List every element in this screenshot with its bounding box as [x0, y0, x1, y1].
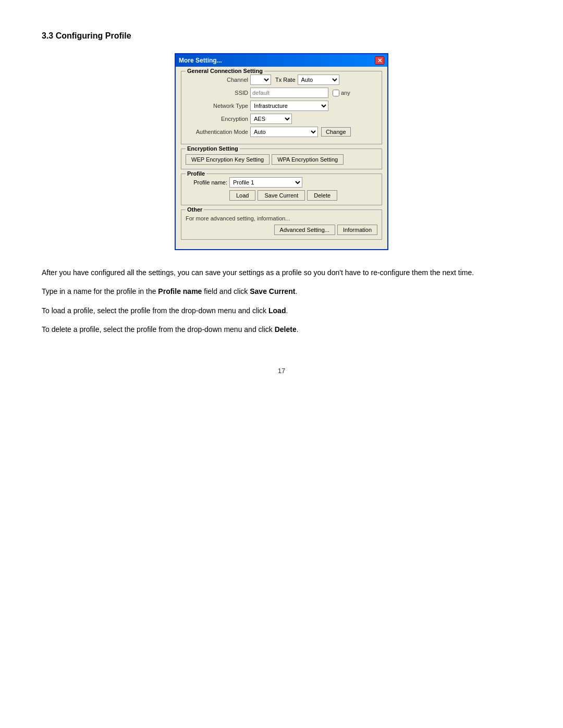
para2-bold-profile-name: Profile name	[158, 287, 202, 295]
dialog-titlebar: More Setting... ✕	[176, 54, 387, 67]
profile-group: Profile Profile name: Profile 1 Load Sav…	[181, 174, 382, 205]
section-heading: 3.3 Configuring Profile	[42, 31, 521, 41]
para2-middle: field and click	[202, 287, 250, 295]
profile-select-wrapper: Profile 1	[229, 177, 302, 188]
encryption-label: Encryption	[186, 116, 248, 122]
dialog-close-button[interactable]: ✕	[375, 56, 384, 65]
para2-bold-save-current: Save Current	[250, 287, 295, 295]
para3-prefix: To load a profile, select the profile fr…	[42, 306, 268, 315]
ssid-row: SSID any	[186, 88, 377, 98]
general-connection-group: General Connection Setting Channel Tx Ra…	[181, 71, 382, 144]
ssid-input[interactable]	[250, 88, 328, 98]
other-buttons-row: Advanced Setting... Information	[186, 225, 377, 235]
encryption-row: Encryption AES	[186, 114, 377, 124]
para4-bold-delete: Delete	[275, 325, 297, 334]
any-checkbox-wrapper: any	[333, 90, 350, 96]
body-paragraph-2: Type in a name for the profile in the Pr…	[42, 286, 500, 297]
other-description: For more advanced setting, information..…	[186, 213, 377, 221]
page-number: 17	[42, 367, 521, 375]
other-group-label: Other	[186, 206, 204, 213]
wpa-encryption-setting-button[interactable]: WPA Encryption Setting	[272, 154, 344, 165]
general-connection-label: General Connection Setting	[186, 68, 264, 74]
body-paragraph-1: After you have configured all the settin…	[42, 267, 500, 278]
para4-prefix: To delete a profile, select the profile …	[42, 325, 275, 334]
tx-rate-select[interactable]: Auto	[298, 75, 339, 85]
encryption-setting-label: Encryption Setting	[186, 145, 240, 152]
information-button[interactable]: Information	[337, 225, 377, 235]
para4-suffix: .	[297, 325, 299, 334]
encryption-select[interactable]: AES	[250, 114, 292, 124]
auth-mode-select[interactable]: Auto	[250, 127, 318, 137]
channel-select[interactable]	[250, 75, 271, 85]
network-type-label: Network Type	[186, 103, 248, 109]
ssid-label: SSID	[186, 90, 248, 96]
load-button[interactable]: Load	[229, 190, 255, 201]
more-setting-dialog: More Setting... ✕ General Connection Set…	[175, 53, 388, 250]
network-type-select[interactable]: Infrastructure	[250, 101, 328, 111]
profile-group-label: Profile	[186, 170, 206, 177]
channel-select-wrapper	[250, 75, 271, 85]
para3-bold-load: Load	[268, 306, 286, 315]
profile-name-select[interactable]: Profile 1	[229, 177, 302, 188]
save-current-button[interactable]: Save Current	[258, 190, 305, 201]
encryption-buttons-row: WEP Encryption Key Setting WPA Encryptio…	[186, 152, 377, 165]
profile-action-buttons: Load Save Current Delete	[186, 190, 377, 201]
para3-suffix: .	[286, 306, 288, 315]
other-group: Other For more advanced setting, informa…	[181, 209, 382, 240]
dialog-wrapper: More Setting... ✕ General Connection Set…	[42, 53, 521, 250]
network-type-row: Network Type Infrastructure	[186, 101, 377, 111]
profile-name-row: Profile name: Profile 1	[186, 177, 377, 188]
any-checkbox[interactable]	[333, 90, 339, 96]
body-paragraph-4: To delete a profile, select the profile …	[42, 324, 500, 335]
wep-key-setting-button[interactable]: WEP Encryption Key Setting	[186, 154, 270, 165]
any-label: any	[341, 90, 350, 96]
delete-button[interactable]: Delete	[307, 190, 337, 201]
para2-suffix: .	[295, 287, 297, 295]
body-paragraph-3: To load a profile, select the profile fr…	[42, 305, 500, 316]
dialog-title: More Setting...	[179, 57, 222, 64]
auth-mode-label: Authentication Mode	[186, 129, 248, 135]
tx-rate-label: Tx Rate	[275, 77, 296, 83]
tx-rate-select-wrapper: Auto	[298, 75, 339, 85]
auth-mode-row: Authentication Mode Auto Change	[186, 127, 377, 137]
para2-prefix: Type in a name for the profile in the	[42, 287, 158, 295]
profile-name-label: Profile name:	[186, 179, 227, 186]
channel-row: Channel Tx Rate Auto	[186, 75, 377, 85]
channel-label: Channel	[186, 77, 248, 83]
dialog-content: General Connection Setting Channel Tx Ra…	[176, 67, 387, 249]
change-button[interactable]: Change	[321, 127, 351, 137]
encryption-setting-group: Encryption Setting WEP Encryption Key Se…	[181, 149, 382, 169]
advanced-setting-button[interactable]: Advanced Setting...	[274, 225, 335, 235]
